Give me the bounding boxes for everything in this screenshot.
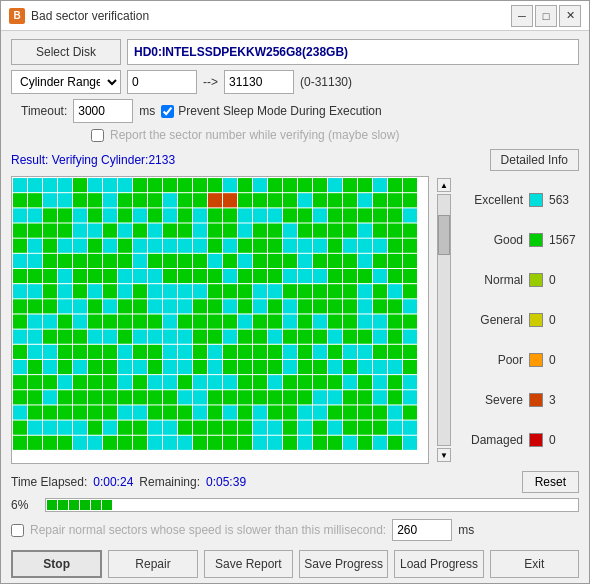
report-sector-label: Report the sector number while verifying… — [110, 128, 399, 142]
legend-color-box — [529, 313, 543, 327]
legend-count: 563 — [549, 193, 579, 207]
stats-row: Time Elapsed: 0:00:24 Remaining: 0:05:39… — [11, 471, 579, 493]
repair-button[interactable]: Repair — [108, 550, 197, 578]
range-start-input[interactable] — [127, 70, 197, 94]
reset-button[interactable]: Reset — [522, 471, 579, 493]
timeout-label: Timeout: — [21, 104, 67, 118]
legend-label: Excellent — [468, 193, 523, 207]
window-title: Bad sector verification — [31, 9, 511, 23]
legend-label: Severe — [468, 393, 523, 407]
range-hint: (0-31130) — [300, 75, 352, 89]
legend-item: Good 1567 — [459, 233, 579, 247]
close-button[interactable]: ✕ — [559, 5, 581, 27]
legend-item: Severe 3 — [459, 393, 579, 407]
legend-color-box — [529, 273, 543, 287]
legend-item: Poor 0 — [459, 353, 579, 367]
progress-block — [69, 500, 79, 510]
load-progress-button[interactable]: Load Progress — [394, 550, 483, 578]
remaining-value: 0:05:39 — [206, 475, 246, 489]
stop-button[interactable]: Stop — [11, 550, 102, 578]
window-controls: ─ □ ✕ — [511, 5, 581, 27]
range-row: Cylinder Range --> (0-31130) — [11, 70, 579, 94]
minimize-button[interactable]: ─ — [511, 5, 533, 27]
legend-count: 0 — [549, 353, 579, 367]
grid-scrollbar: ▲ ▼ — [437, 176, 451, 464]
repair-label: Repair normal sectors whose speed is slo… — [30, 523, 386, 537]
prevent-sleep-checkbox[interactable] — [161, 105, 174, 118]
timeout-input[interactable] — [73, 99, 133, 123]
main-area: ▲ ▼ Excellent 563 Good 1567 Normal 0 Gen… — [11, 176, 579, 464]
elapsed-label: Time Elapsed: — [11, 475, 87, 489]
legend-item: Normal 0 — [459, 273, 579, 287]
scroll-down-button[interactable]: ▼ — [437, 448, 451, 462]
exit-button[interactable]: Exit — [490, 550, 579, 578]
sector-grid — [12, 177, 428, 463]
scroll-track[interactable] — [437, 194, 451, 446]
prevent-sleep-row: Prevent Sleep Mode During Execution — [161, 104, 381, 118]
result-bar: Result: Verifying Cylinder:2133 Detailed… — [11, 149, 579, 171]
app-icon: B — [9, 8, 25, 24]
progress-bar-inner — [46, 499, 578, 511]
progress-block — [80, 500, 90, 510]
progress-percent: 6% — [11, 498, 39, 512]
bottom-buttons: Stop Repair Save Report Save Progress Lo… — [11, 550, 579, 578]
legend-item: Excellent 563 — [459, 193, 579, 207]
repair-row: Repair normal sectors whose speed is slo… — [11, 519, 579, 541]
legend-label: Damaged — [468, 433, 523, 447]
progress-bar — [45, 498, 579, 512]
progress-row: 6% — [11, 498, 579, 512]
repair-speed-input[interactable] — [392, 519, 452, 541]
legend-count: 0 — [549, 313, 579, 327]
repair-unit: ms — [458, 523, 474, 537]
range-type-select[interactable]: Cylinder Range — [11, 70, 121, 94]
legend-label: General — [468, 313, 523, 327]
repair-checkbox[interactable] — [11, 524, 24, 537]
legend-color-box — [529, 193, 543, 207]
prevent-sleep-label: Prevent Sleep Mode During Execution — [178, 104, 381, 118]
elapsed-value: 0:00:24 — [93, 475, 133, 489]
scroll-thumb — [438, 215, 450, 255]
report-sector-checkbox[interactable] — [91, 129, 104, 142]
scroll-up-button[interactable]: ▲ — [437, 178, 451, 192]
remaining-label: Remaining: — [139, 475, 200, 489]
legend-label: Poor — [468, 353, 523, 367]
content-area: Select Disk HD0:INTELSSDPEKKW256G8(238GB… — [1, 31, 589, 584]
legend-label: Good — [468, 233, 523, 247]
legend-count: 3 — [549, 393, 579, 407]
result-text: Result: Verifying Cylinder:2133 — [11, 153, 175, 167]
legend-label: Normal — [468, 273, 523, 287]
disk-name-label: HD0:INTELSSDPEKKW256G8(238GB) — [127, 39, 579, 65]
title-bar: B Bad sector verification ─ □ ✕ — [1, 1, 589, 31]
save-report-button[interactable]: Save Report — [204, 550, 293, 578]
disk-row: Select Disk HD0:INTELSSDPEKKW256G8(238GB… — [11, 39, 579, 65]
legend-color-box — [529, 433, 543, 447]
progress-block — [102, 500, 112, 510]
progress-block — [91, 500, 101, 510]
range-arrow: --> — [203, 75, 218, 89]
timeout-unit: ms — [139, 104, 155, 118]
progress-block — [47, 500, 57, 510]
grid-container — [11, 176, 429, 464]
maximize-button[interactable]: □ — [535, 5, 557, 27]
save-progress-button[interactable]: Save Progress — [299, 550, 388, 578]
report-sector-row: Report the sector number while verifying… — [91, 128, 579, 142]
legend-color-box — [529, 393, 543, 407]
legend-color-box — [529, 233, 543, 247]
legend-item: General 0 — [459, 313, 579, 327]
progress-block — [58, 500, 68, 510]
timeout-row: Timeout: ms Prevent Sleep Mode During Ex… — [11, 99, 579, 123]
range-end-input[interactable] — [224, 70, 294, 94]
legend: Excellent 563 Good 1567 Normal 0 General… — [459, 176, 579, 464]
main-window: B Bad sector verification ─ □ ✕ Select D… — [0, 0, 590, 584]
legend-item: Damaged 0 — [459, 433, 579, 447]
select-disk-button[interactable]: Select Disk — [11, 39, 121, 65]
legend-color-box — [529, 353, 543, 367]
legend-count: 0 — [549, 273, 579, 287]
legend-count: 0 — [549, 433, 579, 447]
detailed-info-button[interactable]: Detailed Info — [490, 149, 579, 171]
legend-count: 1567 — [549, 233, 579, 247]
